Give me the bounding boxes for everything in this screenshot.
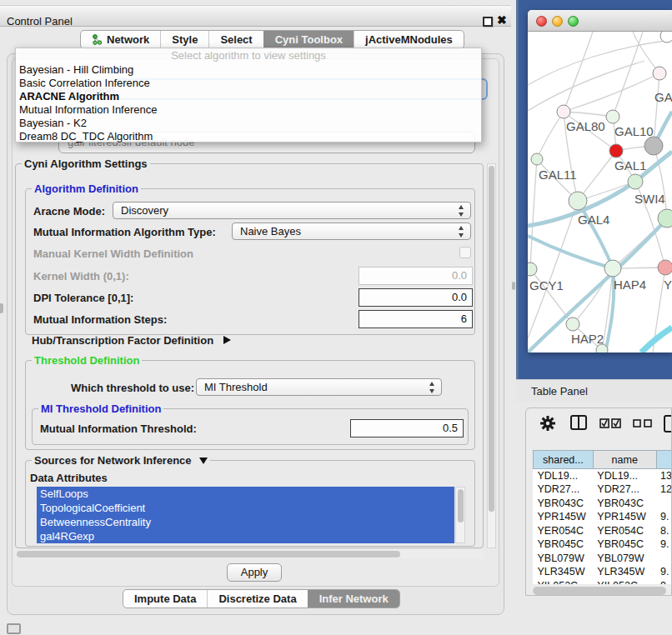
table-cell[interactable]: YER054C	[534, 524, 594, 538]
dropdown-item[interactable]: Bayesian - K2	[16, 117, 481, 130]
settings-vertical-scrollbar[interactable]	[487, 163, 496, 548]
table-cell[interactable]: YBL079W	[593, 552, 656, 566]
attribute-list-item[interactable]: SelfLoops	[37, 487, 454, 501]
splitter-handle-left[interactable]	[0, 303, 3, 313]
scrollbar-thumb[interactable]	[458, 489, 464, 522]
select-all-columns-icon[interactable]	[599, 418, 621, 428]
column-header-3[interactable]: A	[656, 451, 672, 469]
attribute-list-scrollbar[interactable]	[455, 487, 465, 543]
network-edge[interactable]	[564, 32, 593, 112]
tab-impute-data[interactable]: Impute Data	[123, 590, 207, 608]
network-node[interactable]	[531, 153, 543, 165]
table-row[interactable]: YBR045CYBR045C9.	[534, 538, 672, 552]
table-cell[interactable]: YDL19...	[534, 469, 594, 483]
table-cell[interactable]: YPR145W	[534, 510, 594, 524]
column-header-2[interactable]: name	[593, 451, 656, 469]
network-view-window[interactable]: GALGAL80GAL10GAL1GAL11SWI4GAL4GCY1HAP4YH…	[528, 10, 672, 352]
tab-style[interactable]: Style	[160, 31, 208, 48]
scrollbar-thumb[interactable]	[489, 166, 494, 512]
float-panel-icon[interactable]	[483, 17, 493, 27]
scrollbar-thumb[interactable]	[533, 587, 666, 595]
network-node[interactable]	[658, 260, 672, 275]
network-edge[interactable]	[613, 32, 643, 117]
scrollbar-thumb[interactable]	[17, 551, 400, 558]
splitter-handle-right[interactable]	[512, 282, 515, 290]
collapse-down-icon[interactable]	[199, 458, 208, 464]
table-cell[interactable]	[656, 497, 672, 511]
table-cell[interactable]: YDR27...	[593, 482, 656, 497]
dropdown-item[interactable]: Dream8 DC_TDC Algorithm	[16, 130, 481, 143]
network-node[interactable]	[566, 318, 579, 331]
table-cell[interactable]: YLR345W	[534, 565, 594, 579]
network-window-titlebar[interactable]	[528, 10, 672, 32]
minimize-window-icon[interactable]	[552, 16, 563, 27]
table-row[interactable]: YLR345WYLR345W9.	[534, 565, 672, 579]
network-edge[interactable]	[641, 328, 672, 352]
dropdown-item[interactable]: ARACNE Algorithm	[16, 90, 481, 103]
table-cell[interactable]: YBL079W	[534, 552, 594, 566]
dropdown-item[interactable]: Mutual Information Inference	[16, 103, 481, 117]
hub-definition-toggle[interactable]: Hub/Transcription Factor Definition	[32, 334, 231, 347]
table-cell[interactable]: YER054C	[593, 524, 656, 538]
network-node[interactable]	[628, 174, 643, 189]
gear-icon[interactable]	[539, 415, 556, 432]
network-node[interactable]	[528, 262, 537, 276]
table-cell[interactable]	[656, 552, 672, 566]
network-node[interactable]	[604, 260, 621, 277]
attribute-list-item[interactable]: TopologicalCoefficient	[37, 501, 454, 515]
tab-select[interactable]: Select	[208, 31, 263, 48]
network-edge[interactable]	[530, 159, 537, 269]
dpi-tolerance-field[interactable]: 0.0	[359, 288, 473, 307]
table-cell[interactable]: YBR043C	[593, 497, 656, 511]
new-table-icon[interactable]	[664, 415, 672, 433]
attribute-list-item[interactable]: BetweennessCentrality	[37, 515, 454, 529]
network-node[interactable]	[557, 105, 570, 118]
mi-type-select[interactable]: Naive Bayes	[232, 222, 471, 240]
table-cell[interactable]: 9.	[656, 538, 672, 552]
close-window-icon[interactable]	[536, 16, 547, 27]
table-cell[interactable]: 9.	[656, 565, 672, 579]
which-threshold-select[interactable]: MI Threshold	[196, 378, 442, 396]
table-cell[interactable]: YDR27...	[534, 482, 594, 497]
table-cell[interactable]: YBR045C	[534, 538, 594, 552]
settings-horizontal-scrollbar[interactable]	[15, 550, 484, 558]
tab-discretize-data[interactable]: Discretize Data	[207, 590, 307, 608]
manual-kernel-checkbox[interactable]	[459, 247, 471, 258]
table-row[interactable]: YBL079WYBL079W	[534, 552, 672, 566]
table-cell[interactable]: YDL19...	[593, 469, 656, 483]
kernel-width-field[interactable]: 0.0	[359, 267, 473, 285]
table-cell[interactable]: YIL052C	[593, 579, 656, 585]
column-header-1[interactable]: shared...	[534, 451, 594, 469]
aracne-mode-select[interactable]: Discovery	[113, 202, 471, 219]
attribute-list-item[interactable]: gal4RGexp	[37, 529, 454, 543]
table-row[interactable]: YER054CYER054C8.	[534, 524, 672, 538]
table-cell[interactable]: 13	[656, 469, 672, 483]
table-row[interactable]: YPR145WYPR145W9.	[534, 510, 672, 524]
network-edge[interactable]	[537, 112, 564, 159]
table-row[interactable]: YBR043CYBR043C	[534, 497, 672, 511]
zoom-window-icon[interactable]	[568, 16, 579, 27]
tab-network[interactable]: Network	[81, 31, 160, 48]
network-node[interactable]	[653, 67, 666, 80]
dropdown-item[interactable]: Basic Correlation Inference	[16, 77, 481, 90]
table-cell[interactable]: YIL052C	[534, 579, 594, 585]
network-graph-canvas[interactable]: GALGAL80GAL10GAL1GAL11SWI4GAL4GCY1HAP4YH…	[528, 32, 672, 352]
table-row[interactable]: YDL19...YDL19...13	[534, 469, 672, 483]
apply-button[interactable]: Apply	[227, 563, 282, 582]
network-node[interactable]	[644, 137, 663, 155]
data-attributes-list[interactable]: SelfLoopsTopologicalCoefficientBetweenne…	[37, 487, 454, 543]
table-cell[interactable]: YBR045C	[593, 538, 656, 552]
table-cell[interactable]: 8.	[656, 524, 672, 538]
tab-jactivemnodules[interactable]: jActiveMNodules	[354, 31, 464, 48]
table-cell[interactable]: 12	[656, 482, 672, 497]
column-view-icon[interactable]	[570, 415, 587, 430]
sources-group-title[interactable]: Sources for Network Inference	[32, 454, 210, 467]
table-cell[interactable]: 9	[656, 579, 672, 585]
network-node[interactable]	[606, 110, 619, 123]
table-cell[interactable]: YPR145W	[593, 510, 656, 524]
network-edge[interactable]	[633, 32, 659, 73]
dropdown-item[interactable]: Bayesian - Hill Climbing	[16, 63, 481, 77]
table-row[interactable]: YIL052CYIL052C9	[534, 579, 672, 585]
network-node[interactable]	[658, 209, 672, 228]
network-edge[interactable]	[528, 61, 644, 111]
